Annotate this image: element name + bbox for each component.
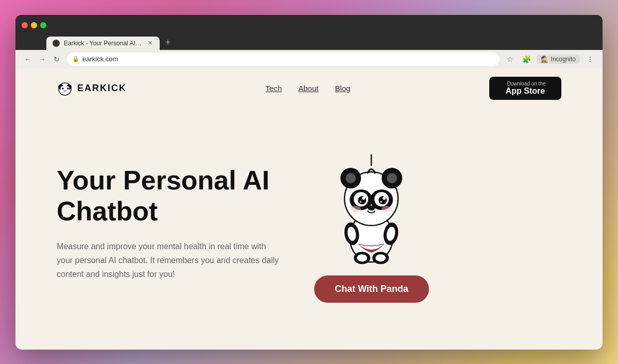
panda-illustration: ★ (320, 145, 423, 263)
svg-point-29 (358, 196, 366, 204)
hero-title-line1: Your Personal AI (57, 165, 269, 195)
tab-close-button[interactable]: ✕ (146, 40, 153, 47)
hero-text: Your Personal AI Chatbot Measure and imp… (57, 165, 283, 281)
browser-tab[interactable]: Earkick - Your Personal AI Ch... ✕ (46, 37, 160, 50)
app-store-small-text: Download on the (505, 81, 545, 86)
svg-point-22 (346, 173, 356, 183)
nav-link-tech[interactable]: Tech (266, 84, 282, 93)
hero-title-line2: Chatbot (57, 196, 158, 226)
hero-title: Your Personal AI Chatbot (57, 165, 283, 227)
nav-buttons: ← → ↻ (22, 53, 63, 65)
hero-section: Your Personal AI Chatbot Measure and imp… (15, 108, 603, 350)
app-store-large-text: App Store (506, 86, 545, 96)
svg-point-9 (65, 91, 66, 92)
incognito-badge: 🕵️ Incognito (537, 55, 580, 64)
logo[interactable]: EARKICK (57, 80, 127, 96)
app-store-button[interactable]: Download on the App Store (489, 77, 561, 100)
new-tab-button[interactable]: + (161, 36, 175, 50)
extensions-button[interactable]: 🧩 (520, 53, 533, 65)
tab-favicon (53, 40, 60, 47)
incognito-label: Incognito (551, 56, 576, 63)
website-content: EARKICK Tech About Blog Download on the … (15, 68, 603, 350)
navbar: EARKICK Tech About Blog Download on the … (15, 68, 603, 108)
svg-point-31 (362, 197, 365, 200)
svg-text:★: ★ (360, 172, 367, 181)
url-bar[interactable]: 🔒 earkick.com (67, 53, 500, 66)
panda-svg: ★ (320, 142, 423, 266)
incognito-icon: 🕵️ (541, 56, 548, 63)
svg-point-35 (368, 205, 375, 211)
lock-icon: 🔒 (72, 56, 79, 62)
browser-chrome: Earkick - Your Personal AI Ch... ✕ + ← →… (15, 15, 603, 68)
traffic-lights (22, 22, 46, 28)
svg-point-5 (62, 88, 64, 90)
nav-link-blog[interactable]: Blog (335, 84, 350, 93)
logo-text: EARKICK (77, 83, 127, 94)
svg-point-6 (67, 88, 69, 90)
chat-with-panda-button[interactable]: Chat With Panda (314, 275, 429, 303)
svg-point-18 (375, 254, 386, 262)
close-button[interactable] (22, 22, 28, 28)
hero-visual: ★ (314, 145, 429, 303)
address-bar: ← → ↻ 🔒 earkick.com ☆ 🧩 🕵️ Incognito ⋮ (15, 50, 603, 68)
logo-panda-icon (57, 80, 73, 96)
nav-link-about[interactable]: About (298, 84, 318, 93)
svg-point-8 (64, 91, 65, 92)
hero-description: Measure and improve your mental health i… (57, 239, 283, 282)
svg-point-32 (383, 197, 386, 200)
reload-button[interactable]: ↻ (50, 53, 63, 65)
url-text: earkick.com (82, 55, 118, 63)
svg-point-33 (360, 201, 362, 202)
svg-point-30 (379, 196, 387, 204)
svg-point-37 (382, 206, 392, 212)
svg-point-34 (381, 201, 382, 202)
back-button[interactable]: ← (22, 53, 34, 65)
forward-button[interactable]: → (36, 53, 48, 65)
toolbar-actions: ☆ 🧩 🕵️ Incognito ⋮ (504, 53, 596, 65)
nav-links: Tech About Blog (266, 84, 351, 93)
svg-point-36 (351, 206, 361, 212)
minimize-button[interactable] (31, 22, 37, 28)
bookmark-button[interactable]: ☆ (504, 53, 516, 65)
menu-button[interactable]: ⋮ (584, 53, 596, 65)
maximize-button[interactable] (40, 22, 46, 28)
svg-point-17 (357, 254, 367, 262)
svg-point-23 (387, 173, 397, 183)
title-bar (15, 15, 603, 36)
browser-window: Earkick - Your Personal AI Ch... ✕ + ← →… (15, 15, 603, 350)
tab-title: Earkick - Your Personal AI Ch... (64, 40, 142, 47)
